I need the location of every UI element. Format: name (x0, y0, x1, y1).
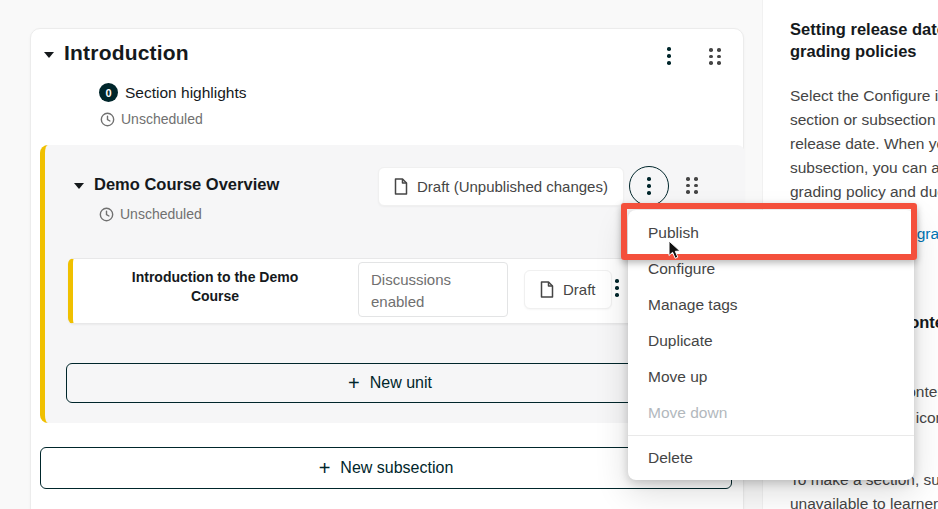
new-subsection-label: New subsection (340, 459, 453, 477)
clock-icon (100, 112, 115, 127)
menu-item-delete[interactable]: Delete (628, 440, 914, 476)
course-outline-page: Setting release dates and grading polici… (0, 0, 938, 509)
menu-item-move-down: Move down (628, 395, 914, 431)
new-unit-label: New unit (370, 374, 432, 392)
plus-icon: + (319, 458, 331, 478)
subsection-drag-handle-icon[interactable] (684, 175, 700, 196)
sidebar-heading-release: Setting release dates and (790, 20, 938, 39)
unit-status-badge: Draft (524, 270, 612, 309)
subsection-kebab-menu-button[interactable] (629, 166, 669, 206)
document-icon (540, 281, 554, 298)
sidebar-paragraph-line: Select the Configure icon for a (790, 87, 938, 105)
menu-item-move-up[interactable]: Move up (628, 359, 914, 395)
subsection-status-badge: Draft (Unpublished changes) (378, 167, 624, 206)
section-schedule-label: Unscheduled (121, 111, 203, 127)
subsection-dropdown-menu: Publish Configure Manage tags Duplicate … (628, 210, 914, 480)
unit-status-label: Draft (563, 281, 596, 298)
highlights-count-badge: 0 (99, 83, 118, 102)
document-icon (394, 178, 408, 195)
section-drag-handle-icon[interactable] (707, 46, 723, 67)
new-unit-button[interactable]: + New unit (66, 363, 714, 403)
section-kebab-menu-icon[interactable] (665, 45, 673, 67)
sidebar-paragraph-line: unavailable to learners, select the (790, 495, 938, 509)
plus-icon: + (348, 373, 360, 393)
sidebar-paragraph-line: release date. When you configure a (790, 135, 938, 153)
highlights-label: Section highlights (125, 84, 247, 102)
clock-icon (99, 207, 114, 222)
menu-divider (628, 435, 914, 436)
unit-discussions-note: Discussions enabled (358, 262, 508, 317)
subsection-title: Demo Course Overview (94, 175, 279, 194)
menu-item-publish[interactable]: Publish (628, 215, 914, 251)
subsection-status-label: Draft (Unpublished changes) (417, 178, 608, 195)
unit-title-link[interactable]: Introduction to the Demo Course (115, 268, 315, 306)
subsection-schedule-row: Unscheduled (99, 206, 202, 222)
sidebar-paragraph-line: subsection, you can also set the (790, 159, 938, 177)
sidebar-paragraph-line: grading policy and due date. (790, 183, 938, 201)
subsection-collapse-caret-icon[interactable] (74, 183, 84, 189)
section-collapse-caret-icon[interactable] (44, 52, 54, 58)
unit-kebab-menu-icon[interactable] (613, 277, 621, 299)
menu-item-manage-tags[interactable]: Manage tags (628, 287, 914, 323)
menu-item-configure[interactable]: Configure (628, 251, 914, 287)
section-highlights-button[interactable]: 0 Section highlights (99, 83, 247, 102)
sidebar-paragraph-line: section or subsection to set its (790, 111, 938, 129)
section-title: Introduction (64, 41, 189, 65)
menu-item-duplicate[interactable]: Duplicate (628, 323, 914, 359)
sidebar-heading-release-line2: grading policies (790, 42, 917, 61)
subsection-schedule-label: Unscheduled (120, 206, 202, 222)
kebab-menu-icon (645, 175, 653, 197)
section-schedule-row: Unscheduled (100, 111, 203, 127)
